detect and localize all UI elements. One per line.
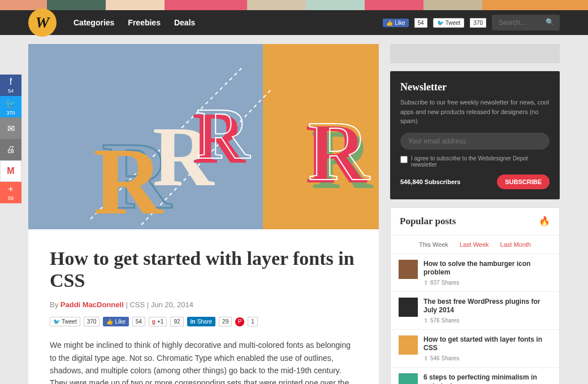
tab-this-week[interactable]: This Week xyxy=(419,241,448,248)
share-sidebar: f54 🐦370 ✉ 🖨 M +59 xyxy=(0,75,21,203)
twitter-icon: 🐦 xyxy=(5,98,16,109)
sidebar: Newsletter Subscribe to our free weekly … xyxy=(390,44,560,384)
article-meta: By Paddi MacDonnell | CSS | Jun 20, 2014 xyxy=(50,300,357,309)
ad-placeholder xyxy=(390,44,560,63)
tweet-button[interactable]: 🐦Tweet xyxy=(433,18,465,28)
share-facebook[interactable]: f54 xyxy=(0,75,21,96)
fb-like-label: Like xyxy=(395,20,405,26)
mini-in-count: 29 xyxy=(219,317,232,326)
agree-label: I agree to subscribe to the Webdesigner … xyxy=(411,155,550,168)
hero-image: R R R R R R R R xyxy=(28,44,379,229)
post-info: How to solve the hamburger icon problem⇪… xyxy=(423,260,551,286)
mini-gp-count: 92 xyxy=(170,317,183,326)
fb-like-count: 54 xyxy=(414,18,427,28)
site-logo[interactable]: W xyxy=(28,8,57,37)
tab-last-month[interactable]: Last Month xyxy=(500,241,531,248)
share-icon: ⇪ xyxy=(423,317,428,324)
meta-by: By xyxy=(50,300,60,309)
nav-deals[interactable]: Deals xyxy=(174,18,195,27)
mini-like-label: Like xyxy=(115,318,125,325)
fb-like-button[interactable]: 👍 Like xyxy=(383,19,408,27)
meta-category[interactable]: CSS xyxy=(129,300,145,309)
mini-in-label: Share xyxy=(197,318,212,325)
article-share-row: 🐦Tweet 370 👍 Like 54 g+1 92 in Share 29 … xyxy=(50,317,357,326)
main-header: W Categories Freebies Deals 👍 Like 54 🐦T… xyxy=(0,10,588,35)
header-right: 👍 Like 54 🐦Tweet 370 🔍 xyxy=(383,15,560,30)
posts-list: How to solve the hamburger icon problem⇪… xyxy=(391,254,559,385)
post-title: The best free WordPress plugins for July… xyxy=(423,298,551,315)
newsletter-desc: Subscribe to our free weekly newsletter … xyxy=(400,98,550,126)
mini-gp-label: +1 xyxy=(157,318,163,325)
post-item[interactable]: 6 steps to perfecting minimalism in web … xyxy=(391,368,559,384)
post-info: The best free WordPress plugins for July… xyxy=(423,298,551,324)
popular-title: Popular posts xyxy=(400,216,456,227)
svg-text:R: R xyxy=(308,104,370,198)
post-title: How to solve the hamburger icon problem xyxy=(423,260,551,277)
share-gmail[interactable]: M xyxy=(0,160,21,182)
post-thumb xyxy=(399,260,418,279)
article-title: How to get started with layer fonts in C… xyxy=(50,247,357,291)
search-icon[interactable]: 🔍 xyxy=(546,18,554,26)
twitter-icon: 🐦 xyxy=(53,318,60,325)
nav-categories[interactable]: Categories xyxy=(74,18,114,27)
mini-pin-count: 1 xyxy=(248,317,258,326)
popular-header: Popular posts 🔥 xyxy=(391,208,559,235)
flame-icon: 🔥 xyxy=(539,216,550,226)
share-icon: ⇪ xyxy=(423,355,428,361)
facebook-icon: f xyxy=(10,77,12,87)
post-thumb xyxy=(399,298,418,317)
agree-row: I agree to subscribe to the Webdesigner … xyxy=(400,155,550,168)
newsletter-box: Newsletter Subscribe to our free weekly … xyxy=(390,71,560,199)
mini-linkedin[interactable]: in Share xyxy=(187,317,216,326)
mini-tweet-label: Tweet xyxy=(62,318,77,325)
post-title: 6 steps to perfecting minimalism in web … xyxy=(423,373,551,384)
share-plus-count: 59 xyxy=(8,195,14,201)
linkedin-icon: in xyxy=(191,318,196,325)
share-email[interactable]: ✉ xyxy=(0,117,21,139)
subscribe-button[interactable]: SUBSCRIBE xyxy=(497,174,550,189)
email-input[interactable] xyxy=(400,133,550,150)
post-item[interactable]: How to get started with layer fonts in C… xyxy=(391,330,559,368)
article-column: R R R R R R R R How to get started with … xyxy=(28,44,381,384)
nav-freebies[interactable]: Freebies xyxy=(128,18,161,27)
mini-pinterest[interactable]: P xyxy=(235,317,244,326)
post-info: 6 steps to perfecting minimalism in web … xyxy=(423,373,551,384)
article-body: How to get started with layer fonts in C… xyxy=(28,229,379,384)
gplus-icon: g xyxy=(152,318,155,325)
post-shares: ⇪ 546 Shares xyxy=(423,355,551,361)
mini-like[interactable]: 👍 Like xyxy=(103,317,128,326)
share-fb-count: 54 xyxy=(8,88,14,94)
post-item[interactable]: How to solve the hamburger icon problem⇪… xyxy=(391,254,559,292)
mini-tweet-count: 370 xyxy=(84,317,100,326)
post-shares: ⇪ 576 Shares xyxy=(423,317,551,324)
mini-gplus[interactable]: g+1 xyxy=(149,317,167,326)
plus-icon: + xyxy=(8,184,13,194)
share-print[interactable]: 🖨 xyxy=(0,139,21,160)
tab-last-week[interactable]: Last Week xyxy=(460,241,489,248)
popular-posts: Popular posts 🔥 This Week Last Week Last… xyxy=(390,207,560,385)
newsletter-title: Newsletter xyxy=(400,81,550,93)
decorative-stripe xyxy=(0,0,588,10)
post-thumb xyxy=(399,335,418,355)
gmail-icon: M xyxy=(7,166,14,176)
agree-checkbox[interactable] xyxy=(400,156,408,163)
subscriber-count: 546,840 Subscribers xyxy=(400,178,460,185)
mini-like-count: 54 xyxy=(132,317,145,326)
tweet-label: Tweet xyxy=(446,20,461,26)
post-title: How to get started with layer fonts in C… xyxy=(423,335,551,353)
share-twitter[interactable]: 🐦370 xyxy=(0,96,21,117)
popular-tabs: This Week Last Week Last Month xyxy=(391,235,559,254)
post-shares: ⇪ 837 Shares xyxy=(423,280,551,286)
post-item[interactable]: The best free WordPress plugins for July… xyxy=(391,292,559,330)
main-content: f54 🐦370 ✉ 🖨 M +59 R R R R R R R R How t… xyxy=(0,35,588,384)
post-thumb xyxy=(399,373,418,384)
twitter-icon: 🐦 xyxy=(437,20,444,26)
share-tw-count: 370 xyxy=(6,110,15,116)
article-text: We might be inclined to think of highly … xyxy=(50,339,357,384)
post-info: How to get started with layer fonts in C… xyxy=(423,335,551,361)
mini-tweet[interactable]: 🐦Tweet xyxy=(50,317,80,326)
share-add[interactable]: +59 xyxy=(0,182,21,203)
share-icon: ⇪ xyxy=(423,280,428,286)
author-link[interactable]: Paddi MacDonnell xyxy=(60,300,124,309)
primary-nav: Categories Freebies Deals xyxy=(74,18,195,27)
